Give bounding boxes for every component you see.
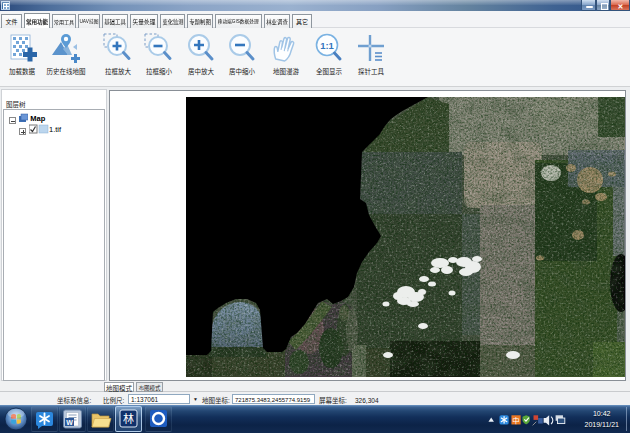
svg-text:中: 中 (512, 414, 519, 425)
svg-text:林: 林 (123, 410, 134, 426)
svg-text:W: W (66, 419, 73, 426)
svg-text:1:1: 1:1 (320, 40, 334, 51)
